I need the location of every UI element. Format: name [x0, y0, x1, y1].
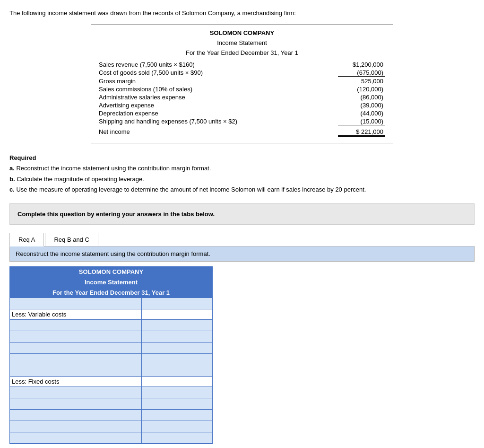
income-row: Gross margin 525,000: [99, 77, 385, 85]
cm-amount-input-2[interactable]: [144, 322, 210, 329]
cm-amount-cell-1[interactable]: [141, 298, 212, 309]
cm-label-cell-1[interactable]: [10, 298, 142, 309]
income-row: Shipping and handling expenses (7,500 un…: [99, 117, 385, 126]
cm-company-name: SOLOMON COMPANY: [10, 266, 213, 277]
cm-label-input-1[interactable]: [12, 300, 139, 307]
income-row: Sales revenue (7,500 units × $160) $1,20…: [99, 61, 385, 69]
cm-label-input-8[interactable]: [12, 400, 139, 407]
description-row: Reconstruct the income statement using t…: [9, 246, 475, 262]
cm-company-row: SOLOMON COMPANY: [10, 266, 213, 277]
cm-period-row: For the Year Ended December 31, Year 1: [10, 287, 213, 298]
cm-input-row-6: [10, 365, 213, 376]
cm-less-variable-row: Less: Variable costs: [10, 309, 213, 319]
cm-table-wrapper: SOLOMON COMPANY Income Statement For the…: [9, 266, 213, 444]
company-name: SOLOMON COMPANY: [99, 28, 385, 38]
cm-input-row-1: [10, 298, 213, 309]
income-row: Sales commissions (10% of sales) (120,00…: [99, 85, 385, 93]
cm-label-input-5[interactable]: [12, 356, 139, 363]
cm-amount-input-5[interactable]: [144, 356, 210, 363]
tab-req-a[interactable]: Req A: [9, 233, 44, 246]
statement-period: For the Year Ended December 31, Year 1: [99, 48, 385, 58]
tabs-container: Req A Req B and C: [9, 232, 475, 246]
income-statement-table: SOLOMON COMPANY Income Statement For the…: [91, 24, 393, 143]
cm-amount-input-7[interactable]: [144, 389, 210, 396]
cm-label-input-9[interactable]: [12, 412, 139, 419]
cm-amount-input-10[interactable]: [144, 423, 210, 430]
cm-label-input-11[interactable]: [12, 434, 139, 441]
required-item-c: c. Use the measure of operating leverage…: [9, 184, 475, 195]
cm-input-row-4: [10, 342, 213, 353]
cm-amount-input-6[interactable]: [144, 367, 210, 374]
cm-label-input-6[interactable]: [12, 367, 139, 374]
income-row: Depreciation expense (44,000): [99, 109, 385, 117]
cm-amount-input-4[interactable]: [144, 344, 210, 351]
required-item-b: b. Calculate the magnitude of operating …: [9, 174, 475, 184]
statement-title: Income Statement: [99, 38, 385, 48]
cm-input-row-3: [10, 331, 213, 342]
instruction-box: Complete this question by entering your …: [9, 203, 475, 225]
cm-amount-input-3[interactable]: [144, 333, 210, 340]
income-row: Cost of goods sold (7,500 units × $90) (…: [99, 69, 385, 77]
cm-input-row-11: [10, 432, 213, 443]
income-row: Advertising expense (39,000): [99, 101, 385, 109]
cm-less-variable-amount: [141, 309, 212, 319]
cm-period: For the Year Ended December 31, Year 1: [10, 287, 213, 298]
cm-label-input-4[interactable]: [12, 344, 139, 351]
cm-statement-title: Income Statement: [10, 277, 213, 287]
cm-amount-input-11[interactable]: [144, 434, 210, 441]
net-income-row: Net income $ 221,000: [99, 127, 385, 137]
cm-less-fixed-label: Less: Fixed costs: [10, 376, 142, 387]
income-rows: Sales revenue (7,500 units × $160) $1,20…: [99, 61, 385, 137]
cm-label-input-7[interactable]: [12, 389, 139, 396]
cm-label-input-2[interactable]: [12, 322, 139, 329]
income-row: Administrative salaries expense (86,000): [99, 93, 385, 101]
cm-amount-input-1[interactable]: [144, 300, 210, 307]
required-title: Required: [9, 154, 36, 161]
intro-text: The following income statement was drawn…: [9, 9, 475, 17]
cm-amount-input-9[interactable]: [144, 412, 210, 419]
cm-amount-input-8[interactable]: [144, 400, 210, 407]
required-section: Required a. Reconstruct the income state…: [9, 153, 475, 194]
cm-title-row: Income Statement: [10, 277, 213, 287]
cm-input-row-9: [10, 409, 213, 421]
cm-label-input-3[interactable]: [12, 333, 139, 340]
tab-req-b-c[interactable]: Req B and C: [45, 233, 98, 246]
cm-label-input-10[interactable]: [12, 423, 139, 430]
cm-input-row-10: [10, 421, 213, 432]
cm-input-row-7: [10, 387, 213, 398]
cm-less-fixed-amount: [141, 376, 212, 387]
required-item-a: a. Reconstruct the income statement usin…: [9, 163, 475, 174]
cm-input-row-2: [10, 319, 213, 331]
cm-less-fixed-row: Less: Fixed costs: [10, 376, 213, 387]
cm-less-variable-label: Less: Variable costs: [10, 309, 142, 319]
cm-input-row-8: [10, 398, 213, 409]
cm-input-row-5: [10, 353, 213, 365]
